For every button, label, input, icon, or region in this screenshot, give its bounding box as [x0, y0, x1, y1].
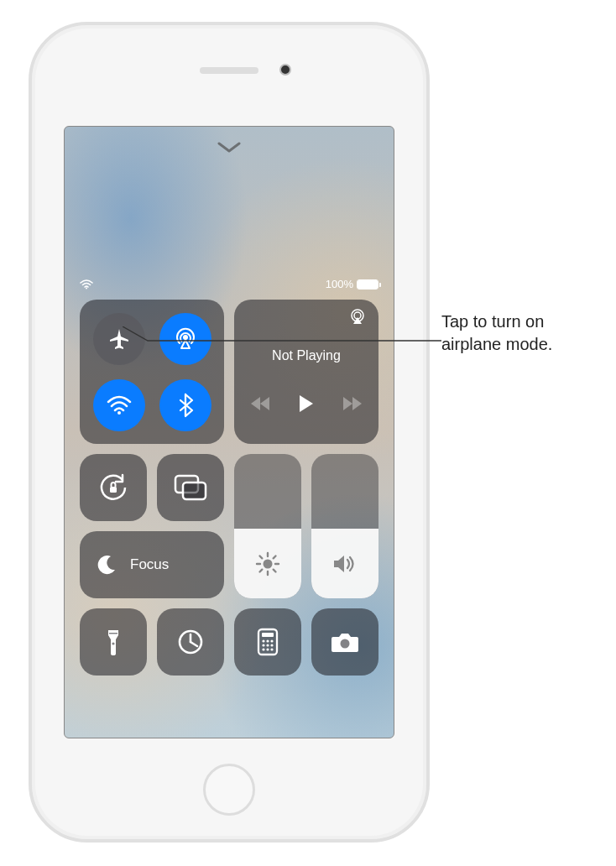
- timer-icon: [176, 628, 205, 656]
- svg-point-2: [117, 411, 121, 415]
- svg-point-25: [262, 644, 264, 646]
- orientation-lock-icon: [97, 472, 129, 503]
- status-bar: 100%: [65, 278, 394, 290]
- battery-percent-label: 100%: [326, 278, 353, 290]
- front-camera: [279, 64, 291, 76]
- svg-rect-7: [183, 483, 206, 499]
- svg-point-27: [270, 644, 273, 646]
- volume-slider[interactable]: [311, 454, 378, 598]
- airplane-icon: [107, 326, 132, 352]
- airdrop-toggle[interactable]: [159, 313, 211, 365]
- volume-fill: [311, 529, 378, 598]
- home-button[interactable]: [203, 764, 255, 816]
- brightness-icon: [255, 551, 280, 576]
- screen-mirroring-button[interactable]: [157, 454, 224, 521]
- flashlight-icon: [105, 627, 122, 657]
- svg-point-30: [270, 648, 273, 650]
- speaker-grille: [200, 67, 258, 74]
- airdrop-icon: [172, 326, 199, 352]
- previous-track-icon[interactable]: [251, 397, 269, 410]
- svg-point-28: [262, 648, 264, 650]
- dismiss-chevron-icon[interactable]: [217, 142, 241, 154]
- wifi-status-icon: [80, 279, 93, 290]
- svg-line-13: [260, 556, 263, 558]
- connectivity-group[interactable]: [80, 300, 224, 444]
- wifi-toggle[interactable]: [93, 379, 145, 431]
- airplay-icon[interactable]: [348, 308, 367, 325]
- svg-line-16: [274, 556, 276, 558]
- orientation-lock-button[interactable]: [80, 454, 147, 521]
- svg-rect-21: [262, 633, 274, 637]
- screen: 100%: [64, 126, 394, 738]
- bluetooth-icon: [177, 393, 194, 418]
- focus-button[interactable]: Focus: [80, 531, 224, 598]
- next-track-icon[interactable]: [343, 397, 362, 410]
- svg-point-22: [262, 639, 264, 642]
- camera-button[interactable]: [311, 608, 378, 676]
- svg-point-24: [270, 639, 273, 642]
- svg-rect-17: [109, 633, 117, 634]
- svg-point-8: [264, 559, 273, 568]
- callout-text: Tap to turn on airplane mode.: [441, 310, 601, 356]
- media-title: Not Playing: [272, 348, 341, 363]
- battery-icon: [357, 279, 378, 290]
- svg-point-18: [112, 642, 114, 644]
- bluetooth-toggle[interactable]: [159, 379, 211, 431]
- media-controls-group[interactable]: Not Playing: [234, 300, 378, 444]
- brightness-fill: [234, 529, 301, 598]
- wifi-icon: [106, 394, 133, 417]
- play-icon[interactable]: [298, 394, 315, 414]
- svg-rect-5: [110, 487, 117, 493]
- flashlight-button[interactable]: [80, 608, 147, 676]
- calculator-button[interactable]: [234, 608, 301, 676]
- svg-point-0: [86, 287, 87, 289]
- camera-icon: [330, 630, 360, 654]
- svg-point-29: [266, 648, 269, 650]
- svg-point-31: [341, 639, 350, 649]
- brightness-slider[interactable]: [234, 454, 301, 598]
- volume-icon: [331, 553, 358, 575]
- svg-point-23: [266, 639, 269, 642]
- moon-icon: [95, 553, 118, 576]
- svg-line-14: [274, 569, 276, 571]
- control-center: Not Playing: [80, 300, 380, 738]
- focus-label: Focus: [130, 556, 169, 573]
- timer-button[interactable]: [157, 608, 224, 676]
- screen-mirroring-icon: [173, 473, 208, 502]
- svg-point-26: [266, 644, 269, 646]
- calculator-icon: [257, 628, 279, 656]
- device-frame: 100%: [29, 22, 430, 843]
- svg-line-15: [260, 569, 263, 571]
- airplane-mode-toggle[interactable]: [93, 313, 145, 365]
